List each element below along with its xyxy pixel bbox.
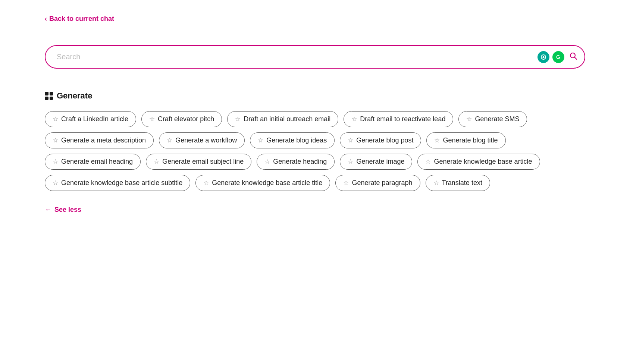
tag-label: Generate blog title	[443, 136, 498, 144]
tag-label: Generate email subject line	[162, 158, 244, 166]
tag-label: Generate a workflow	[175, 136, 237, 144]
tag-label: Generate knowledge base article subtitle	[61, 179, 182, 187]
generate-section: Generate ☆Craft a LinkedIn article☆Craft…	[45, 91, 585, 191]
tag-item[interactable]: ☆Generate image	[340, 154, 412, 170]
tag-label: Generate heading	[273, 158, 327, 166]
tag-item[interactable]: ☆Generate email heading	[45, 154, 141, 170]
tag-item[interactable]: ☆Draft an initial outreach email	[227, 111, 338, 127]
tag-item[interactable]: ☆Generate a meta description	[45, 132, 154, 148]
star-icon: ☆	[154, 158, 159, 166]
star-icon: ☆	[203, 179, 209, 187]
star-icon: ☆	[53, 136, 58, 144]
tag-label: Draft an initial outreach email	[244, 115, 330, 123]
tag-label: Generate knowledge base article title	[212, 179, 322, 187]
star-icon: ☆	[167, 136, 172, 144]
star-icon: ☆	[433, 179, 439, 187]
tag-item[interactable]: ☆Craft elevator pitch	[141, 111, 222, 127]
tag-label: Generate a meta description	[61, 136, 146, 144]
tag-item[interactable]: ☆Generate SMS	[458, 111, 527, 127]
green-g-icon[interactable]: G	[552, 51, 564, 63]
svg-text:G: G	[556, 54, 560, 60]
see-less-link[interactable]: ← See less	[45, 206, 81, 214]
tag-item[interactable]: ☆Translate text	[426, 175, 490, 191]
star-icon: ☆	[53, 158, 58, 166]
back-link-label: Back to current chat	[49, 15, 114, 23]
tag-label: Craft elevator pitch	[158, 115, 214, 123]
star-icon: ☆	[149, 115, 155, 123]
star-icon: ☆	[343, 179, 349, 187]
star-icon: ☆	[466, 115, 472, 123]
search-icons-group: G	[537, 51, 578, 63]
search-button[interactable]	[569, 51, 578, 63]
tag-item[interactable]: ☆Generate knowledge base article title	[195, 175, 330, 191]
tag-label: Translate text	[442, 179, 482, 187]
tag-item[interactable]: ☆Generate paragraph	[335, 175, 420, 191]
star-icon: ☆	[425, 158, 431, 166]
star-icon: ☆	[258, 136, 263, 144]
tag-label: Generate email heading	[61, 158, 133, 166]
svg-line-5	[575, 57, 577, 59]
tag-item[interactable]: ☆Generate blog ideas	[250, 132, 335, 148]
section-title-label: Generate	[57, 91, 92, 101]
star-icon: ☆	[53, 179, 58, 187]
tag-item[interactable]: ☆Generate blog post	[340, 132, 421, 148]
section-header: Generate	[45, 91, 585, 101]
star-icon: ☆	[351, 115, 357, 123]
see-less-label: See less	[54, 206, 81, 214]
search-input[interactable]	[45, 45, 585, 69]
tag-item[interactable]: ☆Draft email to reactivate lead	[344, 111, 453, 127]
tag-label: Generate knowledge base article	[434, 158, 532, 166]
tag-label: Generate image	[356, 158, 404, 166]
back-to-chat-link[interactable]: ‹ Back to current chat	[45, 15, 114, 23]
tag-label: Generate blog ideas	[266, 136, 327, 144]
star-icon: ☆	[434, 136, 440, 144]
search-container: G	[45, 45, 585, 69]
tag-label: Craft a LinkedIn article	[61, 115, 128, 123]
star-icon: ☆	[53, 115, 58, 123]
tags-container: ☆Craft a LinkedIn article☆Craft elevator…	[45, 111, 585, 191]
tag-item[interactable]: ☆Generate email subject line	[146, 154, 251, 170]
tag-item[interactable]: ☆Generate knowledge base article subtitl…	[45, 175, 190, 191]
star-icon: ☆	[348, 136, 353, 144]
tag-item[interactable]: ☆Craft a LinkedIn article	[45, 111, 136, 127]
star-icon: ☆	[348, 158, 353, 166]
tag-label: Generate paragraph	[352, 179, 412, 187]
star-icon: ☆	[235, 115, 241, 123]
tag-item[interactable]: ☆Generate blog title	[426, 132, 505, 148]
arrow-left-icon: ←	[45, 206, 51, 214]
tag-item[interactable]: ☆Generate heading	[257, 154, 335, 170]
star-icon: ☆	[264, 158, 270, 166]
tag-label: Generate SMS	[475, 115, 519, 123]
tag-label: Generate blog post	[356, 136, 413, 144]
tag-item[interactable]: ☆Generate a workflow	[159, 132, 245, 148]
tag-item[interactable]: ☆Generate knowledge base article	[417, 154, 540, 170]
tag-label: Draft email to reactivate lead	[360, 115, 445, 123]
chevron-left-icon: ‹	[45, 15, 47, 23]
grid-icon	[45, 92, 53, 100]
teal-icon[interactable]	[537, 51, 549, 63]
